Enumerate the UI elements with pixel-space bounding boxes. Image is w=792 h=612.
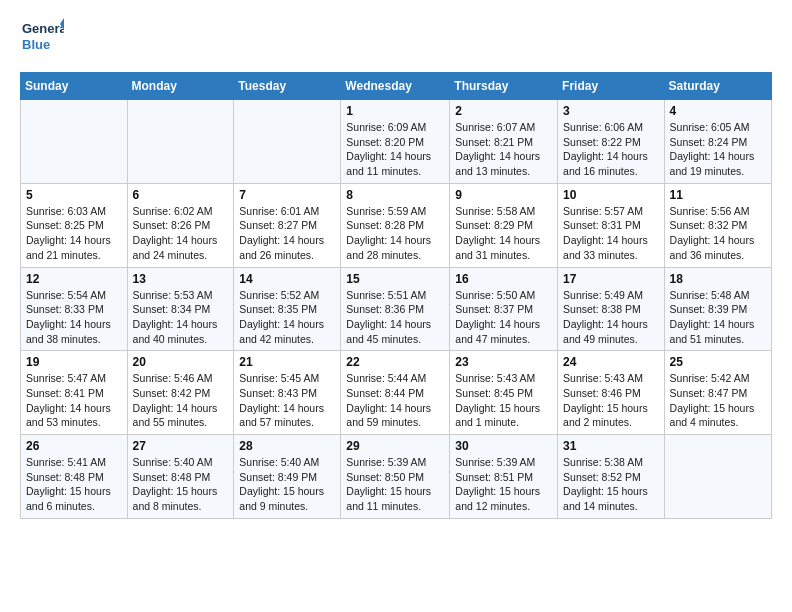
svg-text:Blue: Blue — [22, 37, 50, 52]
day-number: 11 — [670, 188, 766, 202]
day-number: 19 — [26, 355, 122, 369]
day-cell: 23Sunrise: 5:43 AMSunset: 8:45 PMDayligh… — [450, 351, 558, 435]
day-cell: 8Sunrise: 5:59 AMSunset: 8:28 PMDaylight… — [341, 183, 450, 267]
day-number: 13 — [133, 272, 229, 286]
day-info: Sunrise: 5:42 AMSunset: 8:47 PMDaylight:… — [670, 371, 766, 430]
day-cell: 21Sunrise: 5:45 AMSunset: 8:43 PMDayligh… — [234, 351, 341, 435]
day-number: 22 — [346, 355, 444, 369]
day-number: 16 — [455, 272, 552, 286]
page-header: General Blue — [20, 16, 772, 60]
logo: General Blue — [20, 16, 64, 60]
day-cell: 11Sunrise: 5:56 AMSunset: 8:32 PMDayligh… — [664, 183, 771, 267]
day-cell: 9Sunrise: 5:58 AMSunset: 8:29 PMDaylight… — [450, 183, 558, 267]
logo-svg: General Blue — [20, 16, 64, 60]
week-row-3: 12Sunrise: 5:54 AMSunset: 8:33 PMDayligh… — [21, 267, 772, 351]
day-cell: 6Sunrise: 6:02 AMSunset: 8:26 PMDaylight… — [127, 183, 234, 267]
day-number: 17 — [563, 272, 659, 286]
day-number: 2 — [455, 104, 552, 118]
day-cell: 3Sunrise: 6:06 AMSunset: 8:22 PMDaylight… — [558, 100, 665, 184]
day-number: 3 — [563, 104, 659, 118]
day-cell: 13Sunrise: 5:53 AMSunset: 8:34 PMDayligh… — [127, 267, 234, 351]
day-number: 21 — [239, 355, 335, 369]
day-cell: 24Sunrise: 5:43 AMSunset: 8:46 PMDayligh… — [558, 351, 665, 435]
day-cell — [127, 100, 234, 184]
day-number: 10 — [563, 188, 659, 202]
day-info: Sunrise: 5:40 AMSunset: 8:48 PMDaylight:… — [133, 455, 229, 514]
svg-text:General: General — [22, 21, 64, 36]
day-info: Sunrise: 5:51 AMSunset: 8:36 PMDaylight:… — [346, 288, 444, 347]
day-info: Sunrise: 6:05 AMSunset: 8:24 PMDaylight:… — [670, 120, 766, 179]
day-number: 24 — [563, 355, 659, 369]
week-row-5: 26Sunrise: 5:41 AMSunset: 8:48 PMDayligh… — [21, 435, 772, 519]
day-info: Sunrise: 5:48 AMSunset: 8:39 PMDaylight:… — [670, 288, 766, 347]
day-cell: 25Sunrise: 5:42 AMSunset: 8:47 PMDayligh… — [664, 351, 771, 435]
day-number: 8 — [346, 188, 444, 202]
day-number: 5 — [26, 188, 122, 202]
day-cell: 12Sunrise: 5:54 AMSunset: 8:33 PMDayligh… — [21, 267, 128, 351]
day-number: 14 — [239, 272, 335, 286]
day-number: 23 — [455, 355, 552, 369]
day-info: Sunrise: 5:39 AMSunset: 8:51 PMDaylight:… — [455, 455, 552, 514]
day-cell: 10Sunrise: 5:57 AMSunset: 8:31 PMDayligh… — [558, 183, 665, 267]
day-number: 28 — [239, 439, 335, 453]
day-cell: 17Sunrise: 5:49 AMSunset: 8:38 PMDayligh… — [558, 267, 665, 351]
day-number: 18 — [670, 272, 766, 286]
day-number: 6 — [133, 188, 229, 202]
day-info: Sunrise: 6:09 AMSunset: 8:20 PMDaylight:… — [346, 120, 444, 179]
day-number: 15 — [346, 272, 444, 286]
day-info: Sunrise: 5:52 AMSunset: 8:35 PMDaylight:… — [239, 288, 335, 347]
day-info: Sunrise: 5:54 AMSunset: 8:33 PMDaylight:… — [26, 288, 122, 347]
col-header-tuesday: Tuesday — [234, 73, 341, 100]
day-cell: 2Sunrise: 6:07 AMSunset: 8:21 PMDaylight… — [450, 100, 558, 184]
day-number: 20 — [133, 355, 229, 369]
day-info: Sunrise: 5:43 AMSunset: 8:45 PMDaylight:… — [455, 371, 552, 430]
day-info: Sunrise: 6:07 AMSunset: 8:21 PMDaylight:… — [455, 120, 552, 179]
week-row-4: 19Sunrise: 5:47 AMSunset: 8:41 PMDayligh… — [21, 351, 772, 435]
col-header-saturday: Saturday — [664, 73, 771, 100]
day-cell: 15Sunrise: 5:51 AMSunset: 8:36 PMDayligh… — [341, 267, 450, 351]
week-row-1: 1Sunrise: 6:09 AMSunset: 8:20 PMDaylight… — [21, 100, 772, 184]
day-number: 1 — [346, 104, 444, 118]
day-info: Sunrise: 5:50 AMSunset: 8:37 PMDaylight:… — [455, 288, 552, 347]
day-info: Sunrise: 5:44 AMSunset: 8:44 PMDaylight:… — [346, 371, 444, 430]
col-header-monday: Monday — [127, 73, 234, 100]
day-cell: 16Sunrise: 5:50 AMSunset: 8:37 PMDayligh… — [450, 267, 558, 351]
day-number: 29 — [346, 439, 444, 453]
day-info: Sunrise: 5:57 AMSunset: 8:31 PMDaylight:… — [563, 204, 659, 263]
day-info: Sunrise: 6:02 AMSunset: 8:26 PMDaylight:… — [133, 204, 229, 263]
day-info: Sunrise: 6:01 AMSunset: 8:27 PMDaylight:… — [239, 204, 335, 263]
day-cell: 20Sunrise: 5:46 AMSunset: 8:42 PMDayligh… — [127, 351, 234, 435]
day-cell: 27Sunrise: 5:40 AMSunset: 8:48 PMDayligh… — [127, 435, 234, 519]
day-number: 25 — [670, 355, 766, 369]
day-cell: 7Sunrise: 6:01 AMSunset: 8:27 PMDaylight… — [234, 183, 341, 267]
day-cell: 18Sunrise: 5:48 AMSunset: 8:39 PMDayligh… — [664, 267, 771, 351]
col-header-thursday: Thursday — [450, 73, 558, 100]
day-number: 9 — [455, 188, 552, 202]
day-info: Sunrise: 6:03 AMSunset: 8:25 PMDaylight:… — [26, 204, 122, 263]
day-number: 31 — [563, 439, 659, 453]
day-number: 26 — [26, 439, 122, 453]
day-info: Sunrise: 5:46 AMSunset: 8:42 PMDaylight:… — [133, 371, 229, 430]
day-info: Sunrise: 5:40 AMSunset: 8:49 PMDaylight:… — [239, 455, 335, 514]
day-cell — [664, 435, 771, 519]
day-cell: 30Sunrise: 5:39 AMSunset: 8:51 PMDayligh… — [450, 435, 558, 519]
day-number: 27 — [133, 439, 229, 453]
day-info: Sunrise: 5:39 AMSunset: 8:50 PMDaylight:… — [346, 455, 444, 514]
day-cell: 1Sunrise: 6:09 AMSunset: 8:20 PMDaylight… — [341, 100, 450, 184]
col-header-sunday: Sunday — [21, 73, 128, 100]
day-info: Sunrise: 5:45 AMSunset: 8:43 PMDaylight:… — [239, 371, 335, 430]
day-number: 7 — [239, 188, 335, 202]
col-header-wednesday: Wednesday — [341, 73, 450, 100]
col-header-friday: Friday — [558, 73, 665, 100]
day-info: Sunrise: 5:53 AMSunset: 8:34 PMDaylight:… — [133, 288, 229, 347]
day-info: Sunrise: 5:56 AMSunset: 8:32 PMDaylight:… — [670, 204, 766, 263]
day-info: Sunrise: 5:58 AMSunset: 8:29 PMDaylight:… — [455, 204, 552, 263]
day-info: Sunrise: 5:43 AMSunset: 8:46 PMDaylight:… — [563, 371, 659, 430]
header-row: SundayMondayTuesdayWednesdayThursdayFrid… — [21, 73, 772, 100]
day-cell: 22Sunrise: 5:44 AMSunset: 8:44 PMDayligh… — [341, 351, 450, 435]
day-cell: 14Sunrise: 5:52 AMSunset: 8:35 PMDayligh… — [234, 267, 341, 351]
day-info: Sunrise: 5:47 AMSunset: 8:41 PMDaylight:… — [26, 371, 122, 430]
day-cell — [21, 100, 128, 184]
calendar-table: SundayMondayTuesdayWednesdayThursdayFrid… — [20, 72, 772, 519]
day-cell: 4Sunrise: 6:05 AMSunset: 8:24 PMDaylight… — [664, 100, 771, 184]
